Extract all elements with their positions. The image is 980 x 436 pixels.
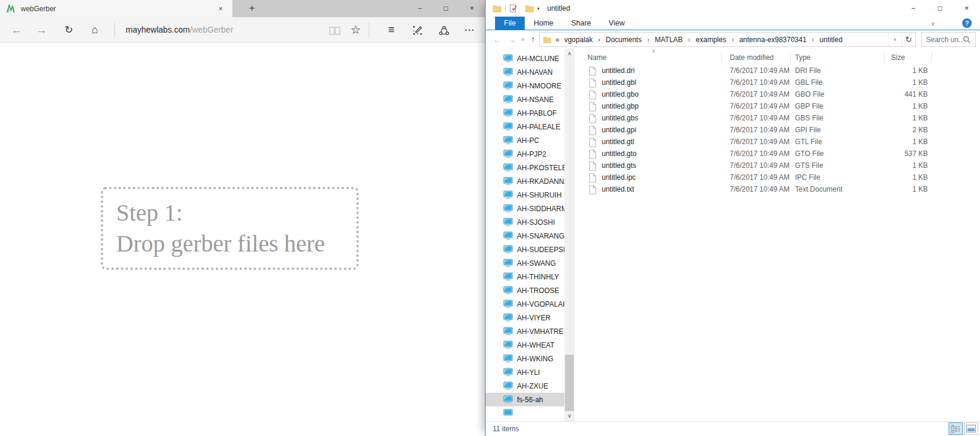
tree-item[interactable]: AH-SHURUIH	[486, 188, 574, 202]
table-row[interactable]: untitled.ipc 7/6/2017 10:49 AM IPC File …	[574, 172, 980, 184]
back-icon[interactable]: ←	[7, 17, 26, 43]
nav-up-icon[interactable]: ↑	[527, 30, 539, 49]
tree-item[interactable]: AH-SWANG	[486, 256, 574, 270]
edge-minimize-button[interactable]: −	[407, 0, 433, 17]
column-header-type[interactable]: Type	[795, 53, 810, 62]
forward-icon[interactable]: →	[32, 17, 51, 43]
breadcrumb-separator-icon[interactable]: ›	[684, 36, 695, 44]
tree-item[interactable]: AH-NSANE	[486, 93, 574, 106]
reading-view-icon[interactable]	[325, 17, 344, 43]
ribbon-expand-icon[interactable]: ∨	[931, 21, 935, 27]
qat-dropdown-icon[interactable]: ▾	[537, 6, 540, 11]
search-icon[interactable]	[963, 36, 971, 43]
scroll-down-icon[interactable]: ∨	[564, 411, 574, 421]
details-view-button[interactable]	[949, 422, 963, 435]
ribbon-tab-share[interactable]: Share	[563, 17, 600, 30]
tree-item[interactable]: AH-VIYER	[486, 311, 574, 324]
edge-close-button[interactable]: ×	[459, 0, 485, 17]
tree-item[interactable]: AH-SNARANG	[486, 229, 574, 243]
tree-item-partial[interactable]	[486, 406, 574, 420]
breadcrumb-separator-icon[interactable]: ›	[643, 36, 653, 44]
search-box[interactable]	[921, 32, 976, 47]
tree-item[interactable]: AH-WHEAT	[486, 338, 574, 352]
address-refresh-icon[interactable]: ↻	[901, 33, 915, 46]
share-icon[interactable]	[435, 17, 454, 43]
breadcrumb-separator-icon[interactable]: ›	[594, 36, 605, 44]
tree-item[interactable]: AH-PC	[486, 133, 574, 147]
scroll-up-icon[interactable]: ∧	[564, 49, 574, 59]
help-icon[interactable]: ?	[962, 18, 972, 28]
table-row[interactable]: untitled.gpi 7/6/2017 10:49 AM GPI File …	[574, 125, 980, 136]
table-row[interactable]: untitled.gts 7/6/2017 10:49 AM GTS File …	[574, 160, 980, 172]
new-tab-button[interactable]: +	[240, 0, 264, 17]
sort-ascending-icon[interactable]: ∧	[652, 49, 656, 54]
tree-item[interactable]: AH-SIDDHARM1	[486, 202, 574, 215]
column-divider[interactable]	[884, 52, 885, 63]
nav-history-dropdown-icon[interactable]: ∨	[519, 30, 527, 49]
column-header-size[interactable]: Size	[891, 53, 905, 62]
table-row[interactable]: untitled.gtl 7/6/2017 10:49 AM GTL File …	[574, 136, 980, 148]
tree-scrollbar[interactable]: ∧ ∨	[564, 49, 574, 421]
favorites-star-icon[interactable]: ☆	[346, 17, 365, 43]
gerber-dropzone[interactable]: Step 1: Drop gerber files here	[101, 187, 359, 270]
edge-maximize-button[interactable]: □	[433, 0, 459, 17]
refresh-icon[interactable]: ↻	[59, 17, 78, 43]
tab-close-icon[interactable]: ×	[215, 4, 226, 13]
tree-item[interactable]: AH-MCLUNE	[486, 52, 574, 65]
breadcrumb-separator-icon[interactable]: ›	[807, 36, 818, 44]
tree-item[interactable]: AH-WKING	[486, 352, 574, 365]
address-dropdown-icon[interactable]: ∨	[888, 33, 901, 46]
tree-item[interactable]: AH-VGOPALAK	[486, 297, 574, 311]
tree-item-selected[interactable]: fs-56-ah	[486, 393, 574, 406]
tree-item[interactable]: AH-NMOORE	[486, 79, 574, 93]
nav-forward-icon[interactable]: →	[505, 30, 519, 49]
search-input[interactable]	[926, 36, 963, 44]
explorer-minimize-button[interactable]: −	[900, 0, 927, 17]
tree-item[interactable]: AH-SUDEEPSH	[486, 243, 574, 256]
tree-item[interactable]: AH-THINHLY	[486, 270, 574, 284]
table-row[interactable]: untitled.gbl 7/6/2017 10:49 AM GBL File …	[574, 77, 980, 89]
table-row[interactable]: untitled.txt 7/6/2017 10:49 AM Text Docu…	[574, 184, 980, 196]
ribbon-tab-view[interactable]: View	[600, 17, 634, 30]
properties-icon[interactable]	[509, 4, 518, 12]
tree-item[interactable]: AH-VMHATRE	[486, 324, 574, 338]
breadcrumb-overflow-icon[interactable]: «	[556, 36, 560, 44]
thumbnails-view-button[interactable]	[964, 422, 978, 435]
breadcrumb-separator-icon[interactable]: ›	[727, 36, 738, 44]
explorer-maximize-button[interactable]: □	[927, 0, 953, 17]
new-folder-icon[interactable]	[525, 5, 534, 12]
tree-item[interactable]: AH-YLI	[486, 365, 574, 379]
breadcrumb-address-bar[interactable]: « vgopalak › Documents › MATLAB › exampl…	[539, 32, 916, 47]
explorer-close-button[interactable]: ×	[953, 0, 980, 17]
table-row[interactable]: untitled.gto 7/6/2017 10:49 AM GTO File …	[574, 148, 980, 160]
table-row[interactable]: untitled.dri 7/6/2017 10:49 AM DRI File …	[574, 65, 980, 77]
column-header-name[interactable]: Name	[588, 53, 606, 62]
tree-item[interactable]: AH-RKADANNA	[486, 174, 574, 188]
tree-item[interactable]: AH-PABLOF	[486, 106, 574, 120]
column-divider[interactable]	[721, 52, 722, 63]
web-note-icon[interactable]	[408, 17, 427, 43]
breadcrumb-segment[interactable]: Documents	[605, 36, 643, 44]
column-header-date[interactable]: Date modified	[730, 53, 774, 62]
tree-item[interactable]: AH-PALEALE	[486, 120, 574, 133]
breadcrumb-segment[interactable]: untitled	[818, 36, 844, 44]
hub-icon[interactable]: ≡	[382, 17, 401, 43]
breadcrumb-segment[interactable]: examples	[695, 36, 727, 44]
browser-tab[interactable]: webGerber ×	[0, 0, 232, 17]
breadcrumb-segment[interactable]: vgopalak	[563, 36, 594, 44]
tree-item[interactable]: AH-NAVAN	[486, 65, 574, 79]
tree-item[interactable]: AH-TROOSE	[486, 284, 574, 297]
ribbon-tab-file[interactable]: File	[495, 17, 525, 30]
tree-item[interactable]: AH-PJP2	[486, 147, 574, 161]
table-row[interactable]: untitled.gbp 7/6/2017 10:49 AM GBP File …	[574, 101, 980, 113]
ribbon-tab-home[interactable]: Home	[525, 17, 562, 30]
breadcrumb-segment[interactable]: MATLAB	[653, 36, 684, 44]
tree-item[interactable]: AH-SJOSHI	[486, 215, 574, 229]
home-icon[interactable]: ⌂	[85, 17, 104, 43]
address-bar[interactable]: mayhewlabs.com/webGerber	[126, 17, 233, 43]
column-divider[interactable]	[790, 52, 791, 63]
tree-item[interactable]: AH-ZXUE	[486, 379, 574, 393]
nav-back-icon[interactable]: ←	[490, 30, 505, 49]
scrollbar-thumb[interactable]	[565, 355, 574, 411]
table-row[interactable]: untitled.gbo 7/6/2017 10:49 AM GBO File …	[574, 89, 980, 101]
